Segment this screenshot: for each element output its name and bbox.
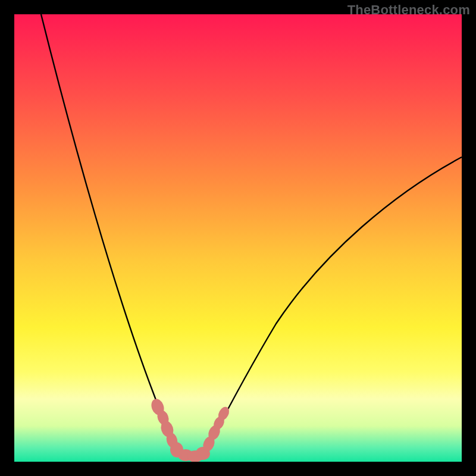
left-curve	[41, 14, 181, 455]
valley-blobs	[149, 397, 231, 462]
curves-svg	[14, 14, 462, 462]
right-curve	[203, 157, 462, 456]
watermark-text: TheBottleneck.com	[347, 2, 470, 18]
chart-area	[14, 14, 462, 462]
